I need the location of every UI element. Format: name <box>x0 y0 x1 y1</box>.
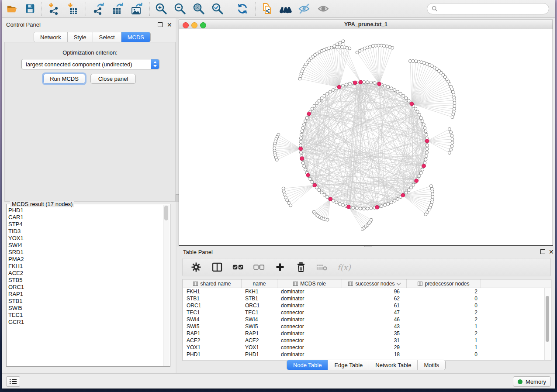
zoom-selected-icon[interactable] <box>211 3 224 15</box>
export-table-icon[interactable] <box>111 3 124 15</box>
mcds-result-box: MCDS result (17 nodes) PHD1CAR1STP4TID3Y… <box>6 204 170 367</box>
list-icon <box>9 378 17 385</box>
network-canvas-svg[interactable] <box>179 29 553 245</box>
show-all-icon[interactable] <box>317 3 330 15</box>
control-panel-tabs: Network Style Select MCDS <box>34 32 151 42</box>
zoom-fit-icon[interactable] <box>192 3 205 15</box>
table-row[interactable]: RAP1RAP1dominator352 <box>183 330 551 337</box>
mcds-result-item[interactable]: TEC1 <box>8 312 162 319</box>
memory-button[interactable]: Memory <box>513 376 551 387</box>
tab-select[interactable]: Select <box>93 32 121 42</box>
table-row[interactable]: SWI4SWI4dominator462 <box>183 316 551 323</box>
task-history-button[interactable] <box>6 376 20 387</box>
export-network-icon[interactable] <box>92 3 105 15</box>
close-traffic-light[interactable] <box>183 22 189 28</box>
mcds-result-item[interactable]: RAP1 <box>8 291 162 298</box>
table-cell: 31 <box>342 337 407 344</box>
table-cell: 1 <box>407 337 481 344</box>
mcds-result-item[interactable]: SRD1 <box>8 249 162 256</box>
export-image-icon[interactable] <box>130 3 143 15</box>
column-header-shared-name[interactable]: shared name <box>183 279 242 288</box>
table-cell: TEC1 <box>242 309 277 316</box>
column-header-successor-nodes[interactable]: successor nodes <box>342 279 407 288</box>
control-panel-close-button[interactable]: ✕ <box>167 21 173 27</box>
mcds-result-item[interactable]: YOX1 <box>8 235 162 242</box>
table-cell: dominator <box>277 296 342 302</box>
import-table-icon[interactable] <box>66 3 80 15</box>
table-row[interactable]: STB1STB1dominator620 <box>183 295 551 302</box>
table-cell: SWI5 <box>183 323 242 330</box>
delete-column-icon[interactable] <box>295 261 307 273</box>
mcds-result-item[interactable]: GCR1 <box>8 319 162 326</box>
table-cell: ACE2 <box>183 337 242 344</box>
column-header-MCDS-role[interactable]: MCDS role <box>277 279 342 288</box>
table-scrollbar[interactable] <box>544 288 550 360</box>
run-mcds-button[interactable]: Run MCDS <box>43 74 85 84</box>
zoom-in-icon[interactable] <box>155 3 168 15</box>
table-cell: 1 <box>407 344 481 351</box>
toolbar-separator <box>255 2 256 16</box>
mcds-result-item[interactable]: SWI5 <box>8 305 162 312</box>
first-neighbors-icon[interactable] <box>279 3 292 15</box>
split-view-icon[interactable] <box>211 261 223 273</box>
search-box[interactable] <box>427 3 549 14</box>
table-row[interactable]: TEC1TEC1connector472 <box>183 309 551 316</box>
clone-network-icon[interactable] <box>260 3 273 15</box>
table-cell: 96 <box>342 289 407 295</box>
table-row[interactable]: PHD1PHD1dominator180 <box>183 351 551 358</box>
mcds-result-item[interactable]: ACE2 <box>8 270 162 277</box>
deselect-all-icon[interactable] <box>253 261 265 273</box>
table-cell: connector <box>277 344 342 351</box>
table-row[interactable]: FKH1FKH1dominator962 <box>183 288 551 295</box>
save-session-icon[interactable] <box>24 3 37 15</box>
network-window-titlebar[interactable]: YPA_prune.txt_1 <box>179 20 553 29</box>
mcds-result-item[interactable]: STP4 <box>8 221 162 228</box>
add-column-icon[interactable] <box>274 261 286 273</box>
mcds-result-item[interactable]: PMA2 <box>8 256 162 263</box>
column-header-predecessor-nodes[interactable]: predecessor nodes <box>407 279 481 288</box>
table-row[interactable]: YOX1YOX1connector291 <box>183 344 551 351</box>
tab-mcds[interactable]: MCDS <box>121 32 150 42</box>
search-icon <box>432 6 438 12</box>
mcds-result-list[interactable]: PHD1CAR1STP4TID3YOX1SWI4SRD1PMA2FKH1ACE2… <box>8 207 162 364</box>
table-cell: dominator <box>277 351 342 358</box>
table-row[interactable]: ACE2ACE2connector311 <box>183 337 551 344</box>
tab-network[interactable]: Network <box>34 32 68 42</box>
minimize-traffic-light[interactable] <box>191 22 197 28</box>
table-row[interactable]: ORC1ORC1dominator610 <box>183 302 551 309</box>
toolbar-separator <box>86 2 86 16</box>
table-cell: ACE2 <box>242 337 277 344</box>
mcds-result-item[interactable]: PHD1 <box>8 207 162 214</box>
open-file-icon[interactable] <box>5 3 18 15</box>
column-header-name[interactable]: name <box>242 279 277 288</box>
mcds-result-item[interactable]: ORC1 <box>8 284 162 291</box>
table-body[interactable]: FKH1FKH1dominator962STB1STB1dominator620… <box>183 288 551 358</box>
table-settings-icon[interactable] <box>190 261 202 273</box>
zoom-traffic-light[interactable] <box>200 22 206 28</box>
tab-style[interactable]: Style <box>68 32 93 42</box>
tab-edge-table[interactable]: Edge Table <box>328 360 369 370</box>
mcds-result-scrollbar[interactable] <box>163 205 170 366</box>
network-window: YPA_prune.txt_1 <box>179 20 553 246</box>
mcds-result-item[interactable]: SWI4 <box>8 242 162 249</box>
search-input[interactable] <box>440 5 549 12</box>
mcds-result-item[interactable]: FKH1 <box>8 263 162 270</box>
zoom-out-icon[interactable] <box>173 3 187 15</box>
hide-selected-icon[interactable] <box>298 3 311 15</box>
tab-motifs[interactable]: Motifs <box>418 360 445 370</box>
refresh-layout-icon[interactable] <box>236 3 249 15</box>
close-panel-button[interactable]: Close panel <box>90 74 136 84</box>
mcds-result-item[interactable]: TID3 <box>8 228 162 235</box>
table-panel-float-button[interactable] <box>540 249 546 254</box>
table-panel-close-button[interactable]: ✕ <box>549 248 554 254</box>
import-network-icon[interactable] <box>47 3 60 15</box>
mcds-result-item[interactable]: STB5 <box>8 277 162 284</box>
tab-network-table[interactable]: Network Table <box>369 360 418 370</box>
table-row[interactable]: SWI5SWI5connector431 <box>183 323 551 330</box>
criterion-select[interactable]: largest connected component (undirected) <box>21 59 159 69</box>
control-panel-float-button[interactable] <box>158 22 163 28</box>
mcds-result-item[interactable]: CAR1 <box>8 214 162 221</box>
tab-node-table[interactable]: Node Table <box>287 360 329 370</box>
select-all-icon[interactable] <box>232 261 244 273</box>
mcds-result-item[interactable]: STB1 <box>8 298 162 305</box>
